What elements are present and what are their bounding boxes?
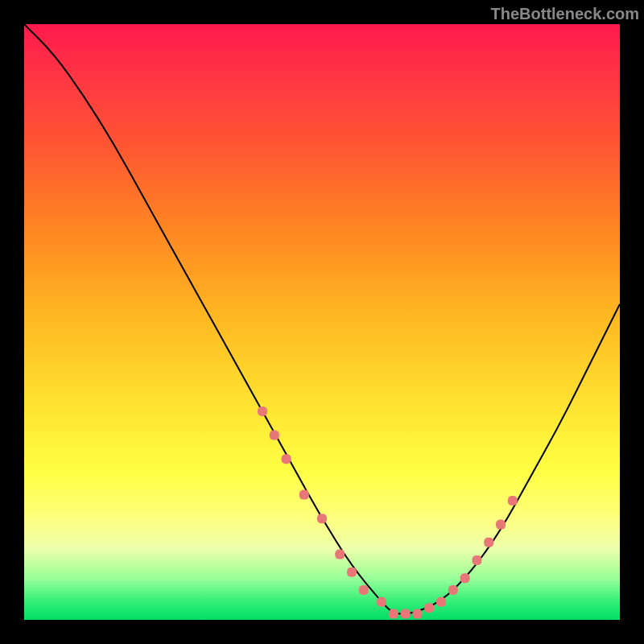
marker-point bbox=[282, 454, 291, 464]
marker-point bbox=[484, 538, 493, 547]
marker-point bbox=[299, 490, 309, 500]
marker-point bbox=[448, 585, 458, 595]
marker-point bbox=[335, 550, 345, 559]
chart-svg bbox=[24, 24, 620, 620]
marker-point bbox=[508, 496, 518, 506]
chart-container: TheBottleneck.com bbox=[0, 0, 644, 644]
marker-point bbox=[317, 514, 327, 523]
highlighted-markers bbox=[258, 407, 518, 619]
marker-point bbox=[389, 609, 398, 619]
marker-point bbox=[359, 585, 369, 595]
marker-point bbox=[472, 555, 481, 565]
marker-point bbox=[401, 609, 411, 619]
watermark-text: TheBottleneck.com bbox=[491, 5, 639, 23]
marker-point bbox=[424, 603, 434, 613]
marker-point bbox=[258, 407, 267, 416]
marker-point bbox=[460, 573, 470, 583]
marker-point bbox=[496, 520, 506, 530]
marker-point bbox=[377, 597, 386, 607]
plot-area bbox=[24, 24, 620, 620]
marker-point bbox=[412, 609, 422, 619]
marker-point bbox=[347, 568, 357, 577]
marker-point bbox=[270, 431, 279, 440]
marker-point bbox=[436, 597, 446, 607]
bottleneck-curve-line bbox=[24, 24, 620, 614]
